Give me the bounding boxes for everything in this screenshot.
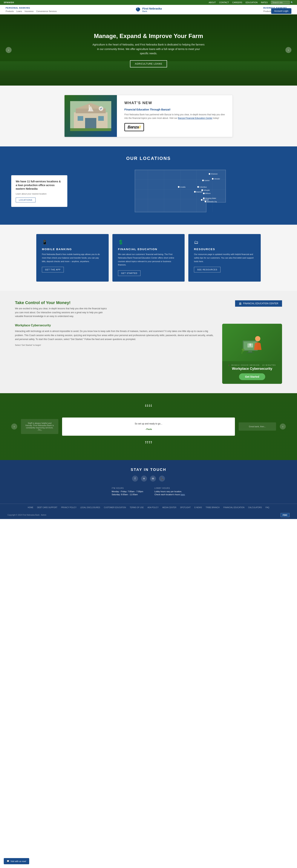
get-started-card-button[interactable]: GET STARTED (118, 270, 141, 276)
resources-title: RESOURCES (194, 248, 255, 251)
testimonial-prev-button[interactable]: ‹ (11, 424, 17, 430)
lobby-hours-value: Lobby hours vary per location.Check each… (155, 490, 185, 496)
hero-prev-button[interactable]: ‹ (6, 47, 11, 53)
svg-point-46 (255, 336, 260, 341)
svg-point-20 (209, 173, 210, 175)
locations-button[interactable]: LOCATIONS (16, 197, 36, 203)
get-started-button[interactable]: Get Started (239, 373, 265, 380)
testimonial-next-button[interactable]: › (280, 424, 286, 430)
mobile-banking-title: MOBILE BANKING (42, 248, 103, 251)
svg-text:Decatur: Decatur (214, 178, 220, 180)
personal-nav-items: Products Loans Insurance Convenience Ser… (6, 10, 57, 12)
financial-education-center-button[interactable]: 🏦 FINANCIAL EDUCATION CENTER (235, 300, 282, 307)
itm-hours: ITM HOURS Monday - Friday: 7:00am - 7:00… (112, 487, 143, 496)
hours-link[interactable]: here (181, 493, 185, 496)
cards-section: 📱 MOBILE BANKING First Nebraska Bank's f… (0, 225, 297, 291)
footer-links: HOME DEBT CARD SUPPORT PRIVACY POLICY LE… (0, 504, 297, 511)
see-resources-button[interactable]: SEE RESOURCES (194, 267, 221, 272)
footer-customer-edu-link[interactable]: CUSTOMER EDUCATION (104, 506, 126, 508)
personal-convenience-link[interactable]: Convenience Services (36, 10, 57, 12)
rates-link[interactable]: RATES (261, 1, 268, 4)
cyber-banzai-card: 🎓 BANZAI COACH SESSION · 10 MINUTES Work… (222, 324, 282, 384)
footer-faq-link[interactable]: FAQ (266, 506, 269, 508)
cards-grid: 📱 MOBILE BANKING First Nebraska Bank's f… (36, 234, 261, 282)
svg-text:Emerson: Emerson (211, 173, 218, 175)
education-link[interactable]: EDUCATION (245, 1, 258, 4)
whats-new-section: WHAT'S NEW Financial Education Through B… (0, 86, 297, 147)
whats-new-article-title[interactable]: Financial Education Through Banzai! (124, 108, 225, 111)
business-products-link[interactable]: Products (263, 10, 271, 12)
footer-legal-link[interactable]: LEGAL DISCLOSURES (80, 506, 100, 508)
hero-cta-button[interactable]: AGRICULTURE LOANS (130, 60, 167, 67)
map-container: Emerson Decatur Ganton Arcadia Columbus … (75, 167, 286, 215)
main-nav: PERSONAL BANKING Products Loans Insuranc… (0, 5, 297, 14)
search-input[interactable] (271, 1, 290, 4)
search-icon[interactable]: 🔍 (291, 1, 293, 4)
svg-point-49 (242, 349, 244, 350)
cyber-card-body: 🎓 BANZAI COACH SESSION · 10 MINUTES Work… (222, 361, 282, 384)
fdic-badge: FDIC (280, 513, 290, 517)
careers-link[interactable]: CAREERS (232, 1, 242, 4)
banzai-coach-icon: 🎓 (228, 364, 231, 366)
svg-text:Elkhorn: Elkhorn (205, 193, 211, 194)
stay-in-touch-section: STAY IN TOUCH f ✕ ✉ 📞 ITM HOURS Monday -… (0, 460, 297, 504)
svg-point-30 (194, 191, 196, 193)
svg-text:Arcadia: Arcadia (180, 186, 186, 188)
language-selector[interactable]: SPANISH (4, 1, 14, 4)
svg-text:Schuyler: Schuyler (203, 189, 210, 191)
footer-calculators-link[interactable]: CALCULATORS (248, 506, 262, 508)
cyber-body2: Select 'Get Started' to begin! (15, 344, 41, 346)
cyber-text-content: Workplace Cybersecurity Interacting with… (15, 324, 217, 346)
svg-point-36 (203, 197, 205, 199)
testimonials-carousel: ‹ Staff is always helpful and friendly. … (11, 417, 286, 435)
footer-media-link[interactable]: MEDIA CENTER (162, 506, 176, 508)
financial-edu-icon: 🏦 (239, 302, 242, 305)
get-app-button[interactable]: GET THE APP (42, 267, 64, 272)
hero-next-button[interactable]: › (286, 47, 291, 53)
whats-new-content: WHAT'S NEW Financial Education Through B… (117, 95, 232, 137)
footer-terms-link[interactable]: TERMS OF USE (130, 506, 144, 508)
twitter-x-icon[interactable]: ✕ (141, 475, 147, 482)
contact-link[interactable]: CONTACT (219, 1, 229, 4)
svg-point-48 (250, 345, 251, 346)
financial-education-card: 💲 FINANCIAL EDUCATION We care about our … (112, 234, 185, 282)
testimonial-author: - Paula (145, 428, 152, 430)
footer-enews-link[interactable]: E-NEWS (195, 506, 202, 508)
footer-ada-link[interactable]: ADA POLICY (147, 506, 158, 508)
take-control-title: Take Control of Your Money! (15, 300, 108, 305)
cyber-body1: Interacting with technology at work is a… (15, 329, 217, 342)
hero-title: Manage, Expand & Improve Your Farm (92, 33, 205, 39)
cyber-card-title: Workplace Cybersecurity (226, 367, 278, 371)
svg-rect-9 (70, 128, 111, 131)
footer-fin-edu-link[interactable]: FINANCIAL EDUCATION (223, 506, 244, 508)
personal-insurance-link[interactable]: Insurance (25, 10, 33, 12)
svg-text:Bennett: Bennett (203, 199, 208, 201)
footer-debit-link[interactable]: DEBT CARD SUPPORT (37, 506, 58, 508)
logo[interactable]: First Nebraska Bank. (135, 7, 162, 12)
banzai-edu-link[interactable]: Banzai Financial Education Center (178, 117, 212, 120)
financial-icon: 💲 (118, 240, 179, 245)
footer-home-link[interactable]: HOME (28, 506, 33, 508)
svg-point-38 (205, 201, 206, 203)
financial-education-title: FINANCIAL EDUCATION (118, 248, 179, 251)
about-link[interactable]: ABOUT (209, 1, 216, 4)
logo-bird-icon (135, 7, 141, 12)
svg-point-40 (201, 199, 203, 201)
facebook-icon[interactable]: f (132, 475, 138, 482)
testimonials-section: ““ ‹ Staff is always helpful and friendl… (0, 393, 297, 460)
email-icon[interactable]: ✉ (150, 475, 156, 482)
personal-loans-link[interactable]: Loans (16, 10, 22, 12)
account-login-button[interactable]: Account Login (271, 8, 291, 14)
svg-text:Brainard: Brainard (196, 191, 202, 193)
stay-in-touch-title: STAY IN TOUCH (15, 467, 282, 472)
footer-spotlight-link[interactable]: SPOTLIGHT (180, 506, 191, 508)
social-icons: f ✕ ✉ 📞 (15, 475, 282, 482)
top-bar: SPANISH ABOUT CONTACT CAREERS EDUCATION … (0, 0, 297, 5)
phone-icon[interactable]: 📞 (159, 475, 165, 482)
footer-privacy-link[interactable]: PRIVACY POLICY (61, 506, 76, 508)
locations-info-box: We have 11 full-services locations & a l… (11, 175, 67, 207)
svg-rect-45 (246, 352, 254, 353)
footer-tribe-link[interactable]: TRIBE BRANCH (206, 506, 220, 508)
personal-products-link[interactable]: Products (6, 10, 14, 12)
locations-content: We have 11 full-services locations & a l… (11, 167, 286, 215)
